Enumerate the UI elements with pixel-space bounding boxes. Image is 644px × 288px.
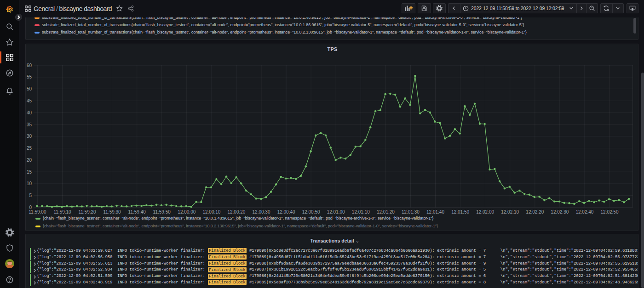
svg-text:12:02:20: 12:02:20 (526, 209, 544, 215)
svg-text:40: 40 (27, 110, 32, 115)
svg-text:12:02:10: 12:02:10 (501, 209, 519, 215)
svg-text:12:01:30: 12:01:30 (402, 209, 420, 215)
svg-text:10: 10 (27, 181, 32, 186)
svg-text:12:00:40: 12:00:40 (277, 209, 295, 215)
svg-text:12:01:20: 12:01:20 (377, 209, 395, 215)
svg-text:12:01:00: 12:01:00 (327, 209, 345, 215)
svg-text:25: 25 (27, 146, 32, 151)
svg-text:5: 5 (29, 193, 32, 198)
svg-text:12:02:30: 12:02:30 (551, 209, 569, 215)
svg-text:45: 45 (27, 98, 32, 103)
svg-text:11:59:40: 11:59:40 (128, 209, 146, 215)
svg-text:12:01:10: 12:01:10 (352, 209, 370, 215)
svg-text:12:01:50: 12:01:50 (451, 209, 469, 215)
svg-text:35: 35 (27, 122, 32, 127)
svg-text:12:00:30: 12:00:30 (253, 209, 270, 215)
svg-text:15: 15 (27, 169, 32, 174)
svg-text:50: 50 (27, 86, 32, 91)
svg-text:11:59:30: 11:59:30 (104, 209, 121, 215)
svg-text:12:00:10: 12:00:10 (202, 209, 220, 215)
svg-text:12:00:20: 12:00:20 (227, 209, 245, 215)
svg-text:12:00:00: 12:00:00 (178, 209, 196, 215)
svg-text:12:01:40: 12:01:40 (426, 209, 444, 215)
svg-text:12:02:40: 12:02:40 (575, 209, 593, 215)
svg-text:11:59:00: 11:59:00 (29, 209, 46, 215)
svg-text:30: 30 (27, 134, 32, 139)
svg-text:11:59:50: 11:59:50 (153, 209, 171, 215)
svg-text:11:59:10: 11:59:10 (53, 209, 71, 215)
svg-text:11:59:20: 11:59:20 (78, 209, 96, 215)
svg-text:55: 55 (27, 74, 32, 79)
svg-text:12:02:00: 12:02:00 (476, 209, 494, 215)
svg-text:12:00:50: 12:00:50 (302, 209, 320, 215)
svg-text:12:02:50: 12:02:50 (601, 209, 619, 215)
svg-text:20: 20 (27, 157, 32, 162)
svg-text:60: 60 (27, 62, 32, 68)
